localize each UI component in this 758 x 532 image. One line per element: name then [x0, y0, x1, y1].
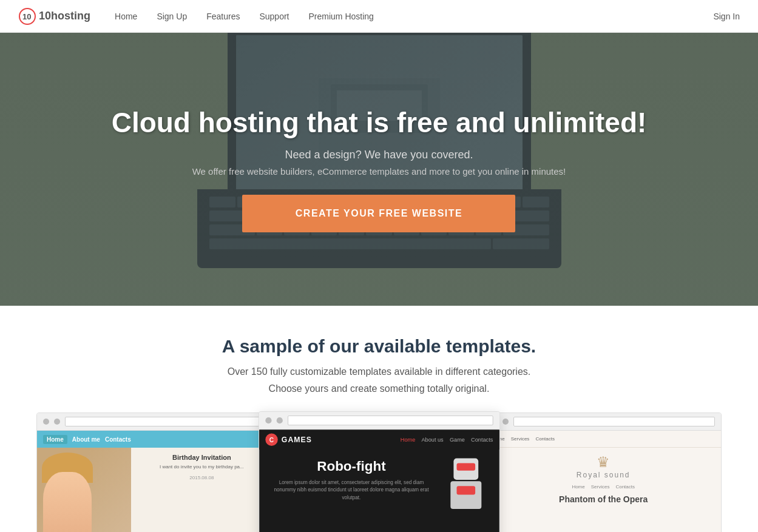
robot-illustration — [441, 458, 490, 509]
hero-cta-button[interactable]: CREATE YOUR FREE WEBSITE — [242, 195, 515, 232]
games-back-btn[interactable] — [265, 417, 271, 423]
robot-chest — [456, 486, 475, 494]
logo[interactable]: 10 10hosting — [18, 7, 90, 25]
games-url-bar — [288, 416, 493, 425]
birthday-body: Birthday Invitation I want do invite you… — [37, 448, 272, 532]
royal-content-area: Phantom of the Opera — [492, 494, 715, 504]
svg-text:10: 10 — [22, 12, 31, 21]
games-logo: C GAMES — [265, 434, 312, 446]
games-body-text: Lorem ipsum dolor sit amet, consectetuer… — [268, 479, 435, 502]
section-subtitle: Over 150 fully customizable templates av… — [36, 366, 722, 377]
bday-nav-contacts[interactable]: Contacts — [105, 436, 131, 443]
nav-features[interactable]: Features — [206, 12, 240, 21]
royal-template: Home Services Contacts ♛ Royal sound Hom… — [486, 431, 721, 532]
games-nav-contacts[interactable]: Contacts — [471, 437, 493, 443]
royal-logo-image: ♛ — [492, 454, 715, 471]
robot-visor — [456, 463, 475, 471]
template-previews: Home About me Contacts Birthday Invitati… — [36, 412, 722, 532]
template-birthday-window: Home About me Contacts Birthday Invitati… — [36, 412, 273, 532]
hero-description: We offer free website builders, eCommerc… — [192, 166, 566, 177]
royal-nav: Home Services Contacts — [486, 431, 721, 448]
nav-premium[interactable]: Premium Hosting — [308, 12, 373, 21]
nav-signup[interactable]: Sign Up — [157, 12, 187, 21]
royal-forward-btn[interactable] — [503, 419, 509, 425]
bday-nav-home[interactable]: Home — [43, 435, 67, 444]
nav-links: Home Sign Up Features Support Premium Ho… — [115, 12, 713, 21]
robot-body — [450, 481, 481, 509]
hero-content: Cloud hosting that is free and unlimited… — [112, 106, 647, 232]
royal-sub-nav: Home Services Contacts — [492, 484, 715, 490]
hero-title: Cloud hosting that is free and unlimited… — [112, 106, 647, 140]
royal-browser-bar — [486, 413, 721, 431]
birthday-heading: Birthday Invitation — [137, 454, 266, 461]
games-nav: C GAMES Home About us Game Contacts — [259, 429, 499, 450]
games-logo-icon: C — [265, 434, 277, 446]
birthday-nav: Home About me Contacts — [37, 431, 272, 448]
royal-content-title: Phantom of the Opera — [492, 494, 715, 504]
navbar: 10 10hosting Home Sign Up Features Suppo… — [0, 0, 758, 33]
section-subtitle2: Choose yours and create something totall… — [36, 383, 722, 394]
signin-link[interactable]: Sign In — [713, 12, 740, 21]
royal-body: ♛ Royal sound Home Services Contacts Pha… — [486, 448, 721, 510]
birthday-body-text: I want do invite you to my birthday pa..… — [137, 463, 266, 470]
hero-subtitle: Need a design? We have you covered. — [285, 149, 473, 161]
hero-section: Cloud hosting that is free and unlimited… — [0, 33, 758, 306]
birthday-url-bar — [65, 417, 266, 426]
games-logo-text: GAMES — [282, 436, 312, 444]
birthday-photo — [37, 448, 131, 532]
royal-url-bar — [513, 417, 715, 426]
royal-sub-home[interactable]: Home — [572, 484, 584, 490]
nav-home[interactable]: Home — [115, 12, 137, 21]
robot-head — [453, 458, 478, 480]
section-title: A sample of our available templates. — [36, 336, 722, 357]
template-royal-window: Home Services Contacts ♛ Royal sound Hom… — [485, 412, 722, 532]
games-nav-links: Home About us Game Contacts — [400, 437, 493, 443]
logo-text: 10hosting — [39, 10, 90, 22]
birthday-date: 2015.08.08 — [137, 475, 266, 480]
template-games-window: C GAMES Home About us Game Contacts Robo… — [259, 411, 499, 532]
birthday-browser-bar — [37, 413, 272, 431]
royal-brand-name: Royal sound — [492, 471, 715, 479]
royal-sub-contacts[interactable]: Contacts — [615, 484, 635, 490]
games-forward-btn[interactable] — [276, 417, 282, 423]
royal-sub-services[interactable]: Services — [591, 484, 610, 490]
games-text-area: Robo-fight Lorem ipsum dolor sit amet, c… — [268, 458, 435, 509]
royal-nav-contacts[interactable]: Contacts — [535, 436, 555, 442]
games-browser-bar — [259, 412, 499, 430]
birthday-template: Home About me Contacts Birthday Invitati… — [37, 431, 272, 532]
games-nav-home[interactable]: Home — [400, 437, 415, 443]
games-template: C GAMES Home About us Game Contacts Robo… — [259, 429, 499, 532]
bday-nav-about[interactable]: About me — [72, 436, 100, 443]
games-nav-about[interactable]: About us — [421, 437, 443, 443]
birthday-text-area: Birthday Invitation I want do invite you… — [131, 448, 272, 532]
logo-icon: 10 — [18, 7, 36, 25]
games-title: Robo-fight — [268, 458, 435, 474]
browser-forward-btn[interactable] — [54, 419, 60, 425]
nav-support[interactable]: Support — [259, 12, 289, 21]
games-body: Robo-fight Lorem ipsum dolor sit amet, c… — [259, 450, 499, 517]
browser-back-btn[interactable] — [43, 419, 49, 425]
games-nav-game[interactable]: Game — [450, 437, 465, 443]
bday-face — [43, 472, 92, 532]
templates-section: A sample of our available templates. Ove… — [0, 306, 758, 532]
royal-logo-area: ♛ Royal sound — [492, 454, 715, 479]
royal-nav-services[interactable]: Services — [511, 436, 530, 442]
